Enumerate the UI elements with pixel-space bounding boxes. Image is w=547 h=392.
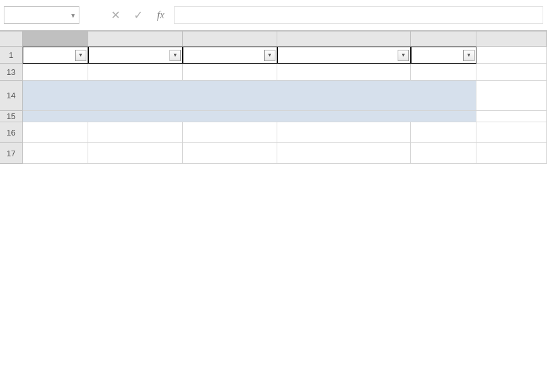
col-header-C[interactable] bbox=[183, 32, 277, 47]
table-row: 14 bbox=[0, 81, 547, 111]
cell[interactable] bbox=[88, 122, 183, 143]
confirm-icon[interactable] bbox=[129, 6, 147, 24]
cell[interactable] bbox=[23, 111, 476, 122]
cell[interactable] bbox=[411, 64, 476, 81]
spreadsheet-grid[interactable]: 1 13 14 15 16 17 bbox=[0, 32, 547, 164]
cell[interactable] bbox=[23, 122, 88, 143]
table-row: 1 bbox=[0, 47, 547, 64]
col-header-F[interactable] bbox=[476, 32, 547, 47]
cancel-icon[interactable] bbox=[106, 6, 125, 24]
cell[interactable] bbox=[411, 122, 476, 143]
cell[interactable] bbox=[277, 143, 411, 164]
note-cell[interactable] bbox=[23, 81, 476, 111]
filter-icon[interactable] bbox=[264, 50, 275, 61]
filter-icon[interactable] bbox=[398, 50, 409, 61]
header-cell-person[interactable] bbox=[183, 47, 277, 64]
row-header-17[interactable]: 17 bbox=[0, 143, 23, 164]
cell[interactable] bbox=[476, 122, 547, 143]
filter-icon[interactable] bbox=[75, 50, 86, 61]
cell[interactable] bbox=[476, 143, 547, 164]
header-cell-dept[interactable] bbox=[88, 47, 183, 64]
header-cell-gender[interactable] bbox=[411, 47, 476, 64]
row-header-1[interactable]: 1 bbox=[0, 47, 23, 64]
header-cell-phone[interactable] bbox=[277, 47, 411, 64]
col-header-D[interactable] bbox=[277, 32, 411, 47]
cell[interactable] bbox=[411, 143, 476, 164]
fx-icon[interactable]: fx bbox=[151, 6, 170, 24]
cell[interactable] bbox=[277, 122, 411, 143]
cell[interactable] bbox=[476, 47, 547, 64]
cell[interactable] bbox=[88, 143, 183, 164]
cell[interactable] bbox=[476, 111, 547, 122]
formula-input[interactable] bbox=[174, 6, 543, 24]
cell[interactable] bbox=[476, 81, 547, 111]
cell[interactable] bbox=[23, 64, 88, 81]
cell[interactable] bbox=[277, 64, 411, 81]
table-row: 13 bbox=[0, 64, 547, 81]
table-row: 17 bbox=[0, 143, 547, 164]
table-row: 15 bbox=[0, 111, 547, 122]
cell[interactable] bbox=[88, 64, 183, 81]
row-header-15[interactable]: 15 bbox=[0, 111, 23, 122]
cell[interactable] bbox=[183, 122, 277, 143]
name-box[interactable]: ▼ bbox=[4, 6, 79, 24]
col-header-A[interactable] bbox=[23, 32, 88, 47]
row-header-14[interactable]: 14 bbox=[0, 81, 23, 111]
row-header-13[interactable]: 13 bbox=[0, 64, 23, 81]
col-header-B[interactable] bbox=[88, 32, 183, 47]
cell[interactable] bbox=[183, 64, 277, 81]
table-row: 16 bbox=[0, 122, 547, 143]
row-header-16[interactable]: 16 bbox=[0, 122, 23, 143]
cell[interactable] bbox=[23, 143, 88, 164]
chevron-down-icon[interactable]: ▼ bbox=[70, 12, 76, 19]
formula-bar-row: ▼ fx bbox=[0, 0, 547, 32]
col-header-E[interactable] bbox=[411, 32, 476, 47]
column-headers bbox=[0, 32, 547, 47]
cell[interactable] bbox=[476, 64, 547, 81]
filter-icon[interactable] bbox=[463, 50, 475, 61]
cell[interactable] bbox=[183, 143, 277, 164]
header-cell-seq[interactable] bbox=[23, 47, 88, 64]
filter-icon[interactable] bbox=[170, 50, 181, 61]
select-all-corner[interactable] bbox=[0, 32, 23, 47]
